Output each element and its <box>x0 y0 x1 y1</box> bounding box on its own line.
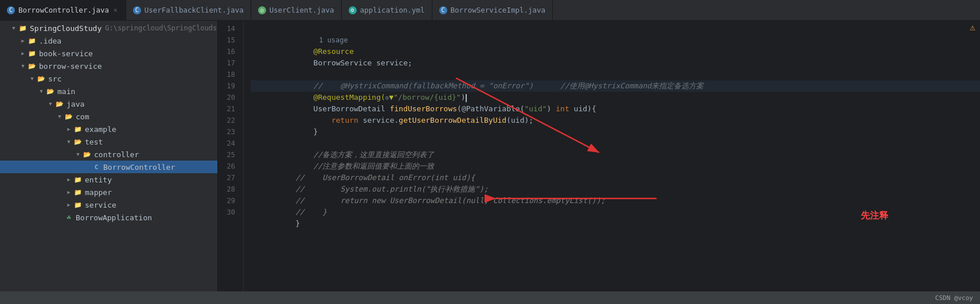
tab-bar: C BorrowController.java ✕ C UserFallback… <box>0 0 980 21</box>
code-line-26: // UserBorrowDetail onError(int uid){ <box>251 161 980 172</box>
code-editor[interactable]: 14 15 16 17 18● 19 20 21 22 23 24 25 26 … <box>218 21 980 291</box>
spring-icon-borrow-application: ☘ <box>64 213 73 222</box>
sidebar-label-idea: .idea <box>39 37 61 45</box>
sidebar-item-service[interactable]: ▶ 📁 service <box>0 198 217 211</box>
code-line-21: return service.getUserBorrowDetailByUid(… <box>251 103 980 115</box>
project-root-path: G:\springcloud\SpringClouds <box>105 24 217 32</box>
tab-icon-user-client: ◎ <box>258 6 266 14</box>
line-num-22: 22 <box>218 115 239 126</box>
line-num-30: 30 <box>218 206 239 218</box>
sidebar-item-idea[interactable]: ▶ 📁 .idea <box>0 34 217 47</box>
tab-user-client[interactable]: ◎ UserClient.java <box>251 0 342 20</box>
line-num-19: 19 <box>218 80 239 92</box>
folder-icon-idea: 📁 <box>28 36 37 45</box>
folder-icon-src: 📂 <box>37 74 46 83</box>
line-num-25: 25 <box>218 149 239 161</box>
code-line-27: // System.out.println("执行补救措施"); <box>251 172 980 184</box>
code-line-24: //备选方案，这里直接返回空列表了 <box>251 138 980 149</box>
line-num-26: 26 <box>218 161 239 172</box>
folder-icon-service: 📁 <box>73 200 83 209</box>
line-num-23: 23 <box>218 126 239 138</box>
sidebar-label-service: service <box>85 201 116 209</box>
line-num-21: 21 <box>218 103 239 115</box>
sidebar-label-book-service: book-service <box>39 49 93 58</box>
main-content: ▼ 📁 SpringCloudStudy G:\springcloud\Spri… <box>0 21 980 291</box>
tab-label-user-client: UserClient.java <box>270 6 334 14</box>
code-line-19: @RequestMapping(⊙▼"/borrow/{uid}") <box>251 80 980 92</box>
tab-icon-borrow-controller: C <box>7 6 15 14</box>
code-line-25: //注意参数和返回值要和上面的一致 <box>251 149 980 161</box>
sidebar[interactable]: ▼ 📁 SpringCloudStudy G:\springcloud\Spri… <box>0 21 218 291</box>
folder-icon-com: 📂 <box>64 112 73 121</box>
sidebar-item-java[interactable]: ▼ 📂 java <box>0 98 217 110</box>
sidebar-item-test[interactable]: ▼ 📂 test <box>0 135 217 148</box>
sidebar-item-controller[interactable]: ▼ 📂 controller <box>0 148 217 161</box>
folder-icon-example: 📁 <box>73 124 83 134</box>
code-line-15: @Resource <box>251 34 980 46</box>
code-line-22: } <box>251 115 980 126</box>
code-lines: 1 usage @Resource BorrowService service;… <box>244 21 980 291</box>
sidebar-label-borrow-controller: BorrowController <box>103 163 175 172</box>
sidebar-item-entity[interactable]: ▶ 📁 entity <box>0 173 217 186</box>
sidebar-item-project-root[interactable]: ▼ 📁 SpringCloudStudy G:\springcloud\Spri… <box>0 22 217 34</box>
sidebar-item-borrow-controller-file[interactable]: ▶ C BorrowController <box>0 161 217 173</box>
line-num-27: 27 <box>218 172 239 184</box>
sidebar-item-main[interactable]: ▼ 📂 main <box>0 85 217 98</box>
sidebar-label-borrow-application: BorrowApplication <box>76 213 152 222</box>
sidebar-item-src[interactable]: ▼ 📂 src <box>0 72 217 85</box>
folder-icon-book-service: 📁 <box>28 49 37 58</box>
tab-label-user-fallback-client: UserFallbackClient.java <box>145 6 244 14</box>
tab-label-borrow-controller: BorrowController.java <box>18 6 109 14</box>
sidebar-label-java: java <box>67 100 84 108</box>
line-num-28: 28 <box>218 184 239 195</box>
line-num-29: 29 <box>218 195 239 206</box>
tab-icon-borrow-service-impl: C <box>439 6 447 14</box>
code-line-17 <box>251 57 980 69</box>
tab-icon-user-fallback-client: C <box>133 6 141 14</box>
code-content: 14 15 16 17 18● 19 20 21 22 23 24 25 26 … <box>218 21 980 291</box>
tab-icon-application-yml: ⚙ <box>349 6 357 14</box>
sidebar-item-borrow-service[interactable]: ▼ 📂 borrow-service <box>0 60 217 72</box>
code-line-28: // return new UserBorrowDetail(null, Col… <box>251 184 980 195</box>
sidebar-label-entity: entity <box>85 176 112 184</box>
annotation-text: 先注释 <box>861 210 888 222</box>
java-class-icon-borrow-controller: C <box>92 162 101 172</box>
sidebar-item-com[interactable]: ▼ 📂 com <box>0 110 217 123</box>
line-num-16: 16 <box>218 46 239 57</box>
code-line-23 <box>251 126 980 138</box>
sidebar-item-example[interactable]: ▶ 📁 example <box>0 123 217 135</box>
tab-borrow-controller[interactable]: C BorrowController.java ✕ <box>0 0 126 20</box>
project-root-label: SpringCloudStudy <box>30 24 101 33</box>
sidebar-item-mapper[interactable]: ▶ 📁 mapper <box>0 186 217 198</box>
sidebar-label-src: src <box>48 75 61 83</box>
line-num-14: 14 <box>218 23 239 34</box>
sidebar-label-borrow-service: borrow-service <box>39 62 102 71</box>
sidebar-label-controller: controller <box>94 150 139 159</box>
sidebar-label-mapper: mapper <box>85 188 112 197</box>
folder-icon-main: 📂 <box>46 87 55 96</box>
line-num-17: 17 <box>218 57 239 69</box>
folder-icon-mapper: 📁 <box>73 188 83 197</box>
warning-icon: ⚠ <box>970 22 975 33</box>
code-line-18: // @HystrixCommand(fallbackMethod = "onE… <box>251 69 980 80</box>
sidebar-label-example: example <box>85 125 116 134</box>
folder-icon-java: 📂 <box>55 99 64 108</box>
line-num-15: 15 <box>218 34 239 46</box>
folder-icon-project: 📁 <box>18 24 28 33</box>
tab-borrow-service-impl[interactable]: C BorrowServiceImpl.java <box>432 0 553 20</box>
code-line-16: BorrowService service; <box>251 46 980 57</box>
folder-icon-test: 📂 <box>73 137 83 146</box>
tab-label-application-yml: application.yml <box>360 6 425 14</box>
line-numbers: 14 15 16 17 18● 19 20 21 22 23 24 25 26 … <box>218 21 244 291</box>
tab-user-fallback-client[interactable]: C UserFallbackClient.java <box>126 0 251 20</box>
folder-icon-entity: 📁 <box>73 175 83 184</box>
code-line-20: UserBorrowDetail findUserBorrows(@PathVa… <box>251 92 980 103</box>
credit-label: CSDN @vcoy <box>935 294 973 302</box>
sidebar-label-test: test <box>85 138 103 146</box>
line-num-20: 20 <box>218 92 239 103</box>
folder-icon-controller: 📂 <box>83 150 92 159</box>
tab-close-borrow-controller[interactable]: ✕ <box>112 5 119 15</box>
tab-application-yml[interactable]: ⚙ application.yml <box>342 0 432 20</box>
sidebar-item-borrow-application[interactable]: ▶ ☘ BorrowApplication <box>0 211 217 224</box>
sidebar-item-book-service[interactable]: ▶ 📁 book-service <box>0 47 217 60</box>
